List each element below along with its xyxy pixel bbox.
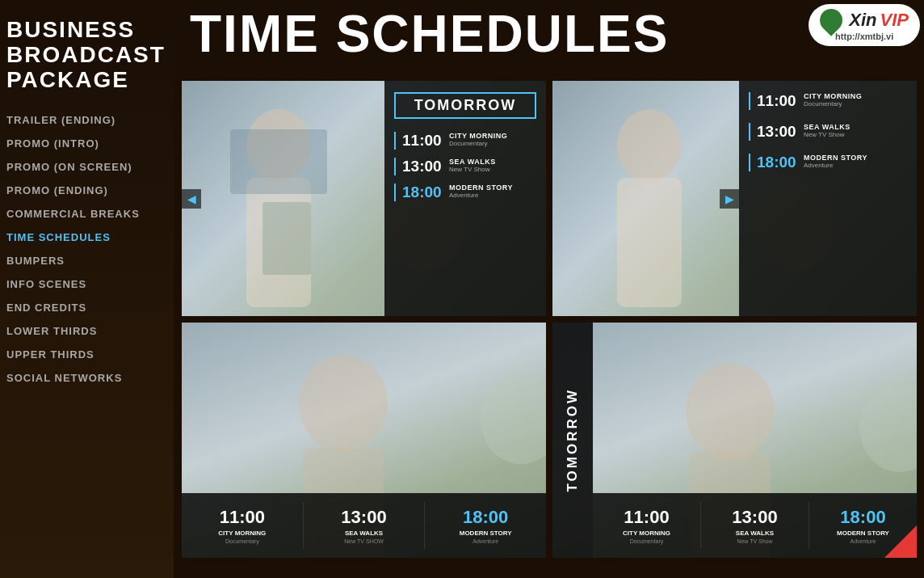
schedule-genre: Documentary: [449, 140, 507, 147]
watermark-url: http://xmtbj.vi: [835, 32, 893, 41]
h-show: CITY MORNING: [623, 529, 670, 537]
h-schedule-item: 11:00 CITY MORNING Documentary: [182, 502, 303, 549]
schedule-info: SEA WALKS New TV Show: [804, 123, 850, 138]
nav-item-commercial-breaks[interactable]: COMMERCIAL BREAKS: [0, 202, 174, 226]
schedule-genre: New TV Show: [449, 166, 496, 173]
tomorrow-vert-text: TOMORROW: [565, 388, 581, 492]
brand-title: BUSINESS BROADCAST PACKAGE: [0, 8, 174, 108]
schedule-overlay-horizontal-3: 11:00 CITY MORNING Documentary 13:00 SEA…: [182, 493, 546, 558]
panel-2: 11:00 CITY MORNING Documentary 13:00 SEA…: [552, 81, 917, 316]
schedule-time: 13:00: [757, 123, 799, 141]
svg-point-13: [859, 383, 917, 472]
schedule-time: 11:00: [757, 92, 799, 110]
h-time: 11:00: [220, 507, 265, 528]
schedule-show: CITY MORNING: [804, 92, 862, 100]
nav-arrow-right[interactable]: ▶: [720, 189, 739, 209]
schedule-time: 13:00: [402, 158, 444, 175]
nav-item-promo--intro-[interactable]: PROMO (INTRO): [0, 132, 174, 155]
schedule-info: CITY MORNING Documentary: [804, 92, 862, 108]
nav-item-trailer--ending-[interactable]: TRAILER (ENDING): [0, 108, 174, 132]
svg-point-11: [686, 363, 775, 460]
panels-grid: TOMORROW 11:00 CITY MORNING Documentary …: [182, 81, 917, 558]
h-show: CITY MORNING: [218, 529, 266, 537]
h-time: 18:00: [840, 507, 885, 528]
svg-rect-6: [617, 178, 682, 307]
panel-3: 11:00 CITY MORNING Documentary 13:00 SEA…: [182, 323, 546, 558]
schedule-time: 11:00: [402, 132, 444, 150]
nav-arrow-left[interactable]: ◀: [182, 189, 201, 209]
h-show: MODERN STORY: [837, 529, 889, 537]
h-time: 18:00: [463, 507, 508, 528]
nav-item-time-schedules[interactable]: TIME SCHEDULES: [0, 226, 174, 249]
schedule-row: 11:00 CITY MORNING Documentary: [394, 132, 536, 150]
schedule-info: CITY MORNING Documentary: [449, 132, 507, 147]
red-corner-accent: [884, 525, 917, 558]
panel-4: TOMORROW 11:00 CITY MORNING Documentary …: [552, 323, 917, 558]
nav-item-end-credits[interactable]: END CREDITS: [0, 296, 174, 319]
nav-item-info-scenes[interactable]: INFO SCENES: [0, 272, 174, 296]
nav-item-social-networks[interactable]: SOCIAL NETWORKS: [0, 366, 174, 390]
schedule-show: SEA WALKS: [804, 123, 850, 131]
h-schedule-item: 18:00 MODERN STORY Adventure: [424, 502, 546, 549]
h-genre: Adventure: [850, 538, 876, 544]
page-header: TIME SCHEDULES: [190, 8, 669, 60]
h-time: 13:00: [341, 507, 386, 528]
tomorrow-vert-4: TOMORROW: [552, 323, 593, 558]
svg-rect-3: [230, 129, 327, 194]
nav-item-promo--ending-[interactable]: PROMO (ENDING): [0, 179, 174, 202]
page-title: TIME SCHEDULES: [190, 8, 669, 60]
schedule-genre: Adventure: [449, 192, 513, 199]
watermark-top: Xin VIP: [820, 9, 909, 32]
schedule-row: 13:00 SEA WALKS New TV Show: [749, 123, 907, 141]
h-show: SEA WALKS: [345, 529, 383, 537]
schedule-show: SEA WALKS: [449, 158, 496, 166]
svg-point-5: [617, 109, 682, 182]
watermark-xin: Xin: [849, 10, 876, 31]
schedule-genre: New TV Show: [804, 131, 850, 138]
nav-item-upper-thirds[interactable]: UPPER THIRDS: [0, 343, 174, 366]
schedule-show: MODERN STORY: [449, 184, 513, 192]
h-genre: Adventure: [472, 538, 498, 544]
h-time: 13:00: [732, 507, 777, 528]
schedule-time: 18:00: [402, 184, 444, 201]
schedule-info: MODERN STORY Adventure: [449, 184, 513, 199]
schedule-genre: Documentary: [804, 100, 862, 108]
sidebar: BUSINESS BROADCAST PACKAGE TRAILER (ENDI…: [0, 0, 174, 578]
h-genre: Documentary: [225, 538, 259, 544]
watermark-badge: Xin VIP http://xmtbj.vi: [808, 4, 920, 46]
h-show: MODERN STORY: [460, 529, 512, 537]
schedule-time: 18:00: [757, 154, 799, 171]
h-schedule-item: 13:00 SEA WALKS New TV SHOW: [303, 502, 425, 549]
h-genre: Documentary: [630, 538, 664, 544]
h-schedule-item: 11:00 CITY MORNING Documentary: [593, 502, 700, 549]
main-content: Xin VIP http://xmtbj.vi TIME SCHEDULES: [174, 0, 924, 578]
schedule-info: SEA WALKS New TV Show: [449, 158, 496, 173]
panel-1: TOMORROW 11:00 CITY MORNING Documentary …: [182, 81, 546, 316]
schedule-show: CITY MORNING: [449, 132, 507, 140]
watermark-vip: VIP: [880, 10, 909, 31]
schedule-row: 18:00 MODERN STORY Adventure: [749, 154, 907, 171]
tomorrow-label-1: TOMORROW: [394, 92, 536, 119]
h-show: SEA WALKS: [736, 529, 774, 537]
h-schedule-item: 13:00 SEA WALKS New TV Show: [700, 502, 808, 549]
schedule-overlay-vertical-2: 11:00 CITY MORNING Documentary 13:00 SEA…: [739, 81, 917, 316]
schedule-show: MODERN STORY: [804, 154, 867, 162]
nav-item-promo--on-screen-[interactable]: PROMO (ON SCREEN): [0, 155, 174, 179]
schedule-row: 13:00 SEA WALKS New TV Show: [394, 158, 536, 175]
schedule-overlay-vertical-1: TOMORROW 11:00 CITY MORNING Documentary …: [384, 81, 546, 316]
h-genre: New TV Show: [737, 538, 772, 544]
schedule-row: 11:00 CITY MORNING Documentary: [749, 92, 907, 110]
h-genre: New TV SHOW: [344, 538, 384, 544]
schedule-row: 18:00 MODERN STORY Adventure: [394, 184, 536, 201]
schedule-info: MODERN STORY Adventure: [804, 154, 867, 169]
svg-rect-4: [262, 202, 311, 275]
svg-point-8: [299, 355, 388, 452]
schedule-genre: Adventure: [804, 162, 867, 169]
schedule-overlay-horizontal-4: 11:00 CITY MORNING Documentary 13:00 SEA…: [593, 493, 917, 558]
h-time: 11:00: [624, 507, 669, 528]
svg-point-10: [481, 375, 546, 464]
nav-item-lower-thirds[interactable]: LOWER THIRDS: [0, 319, 174, 343]
nav-item-bumpers[interactable]: BUMPERS: [0, 249, 174, 272]
nav-list: TRAILER (ENDING)PROMO (INTRO)PROMO (ON S…: [0, 108, 174, 390]
